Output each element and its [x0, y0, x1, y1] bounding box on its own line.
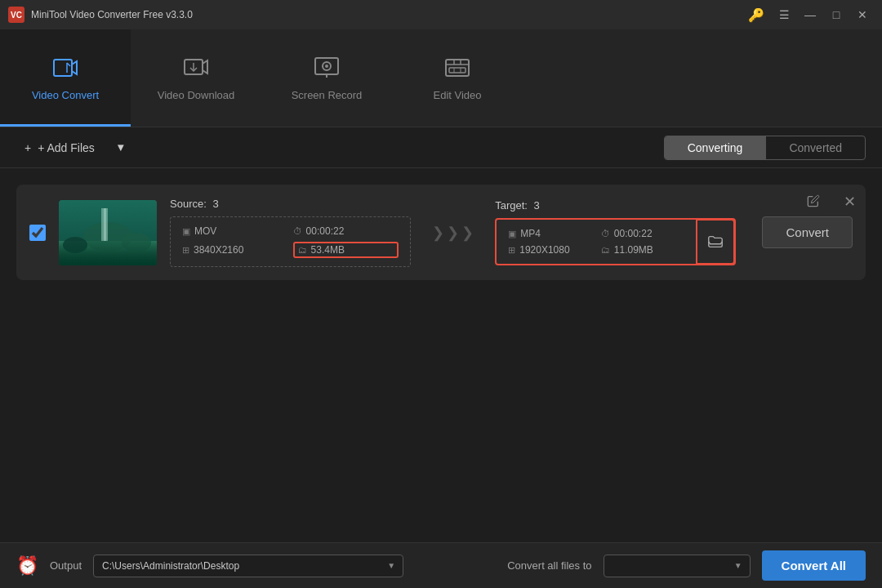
- target-size-icon: 🗂: [601, 245, 610, 255]
- target-resolution-icon: ⊞: [508, 245, 515, 256]
- convert-button[interactable]: Convert: [762, 216, 853, 248]
- target-folder-btn[interactable]: [696, 219, 735, 265]
- add-files-dropdown-btn[interactable]: ▼: [111, 138, 131, 158]
- svg-point-20: [122, 233, 151, 252]
- screen-record-icon: [312, 53, 341, 82]
- title-bar-right: 🔑 ☰ — □ ✕: [748, 5, 874, 24]
- edit-icon: [807, 194, 820, 207]
- close-btn[interactable]: ✕: [851, 5, 874, 24]
- target-resolution: 1920X1080: [519, 244, 569, 256]
- add-files-label: + Add Files: [38, 141, 95, 154]
- file-select-checkbox[interactable]: [29, 225, 46, 241]
- convert-all-format-wrapper: [604, 555, 751, 577]
- remove-file-btn[interactable]: ✕: [844, 193, 856, 211]
- source-meta-box: ▣ MOV ⏱ 00:00:22 ⊞ 3840X2160 🗂 53.4MB: [170, 216, 411, 267]
- arrow-1: ❯: [432, 224, 444, 242]
- target-label: Target: 3: [495, 199, 736, 212]
- resolution-icon: ⊞: [182, 245, 189, 256]
- convert-all-button[interactable]: Convert All: [762, 550, 866, 581]
- source-size: 53.4MB: [311, 244, 345, 256]
- target-size: 11.09MB: [614, 244, 653, 256]
- format-icon: ▣: [182, 226, 190, 237]
- size-icon: 🗂: [298, 245, 307, 255]
- target-format-icon: ▣: [508, 229, 516, 239]
- svg-rect-22: [104, 208, 106, 241]
- nav-bar: Video Convert Video Download Screen Reco…: [0, 29, 882, 127]
- status-tab-group: Converting Converted: [664, 136, 866, 160]
- convert-all-section: Convert all files to Convert All: [507, 550, 866, 581]
- target-format-item: ▣ MP4: [508, 228, 596, 239]
- arrow-2: ❯: [447, 224, 459, 242]
- target-size-item: 🗂 11.09MB: [601, 244, 689, 256]
- svg-point-19: [63, 237, 87, 253]
- convert-all-format-select[interactable]: [604, 555, 751, 577]
- app-title: MiniTool Video Converter Free v3.3.0: [31, 9, 193, 20]
- output-label: Output: [50, 559, 82, 572]
- tab-screen-record-label: Screen Record: [292, 89, 363, 101]
- clock-icon: ⏰: [16, 555, 38, 577]
- target-duration-icon: ⏱: [601, 229, 610, 238]
- hamburger-menu-btn[interactable]: ☰: [773, 5, 795, 24]
- bottom-bar: ⏰ Output C:\Users\Administrator\Desktop …: [0, 542, 882, 588]
- tab-video-download-label: Video Download: [158, 89, 234, 101]
- target-duration: 00:00:22: [614, 228, 653, 239]
- converting-tab[interactable]: Converting: [665, 136, 767, 159]
- target-meta-box: ▣ MP4 ⏱ 00:00:22 ⊞ 1920X1080 🗂: [495, 218, 736, 265]
- source-resolution-item: ⊞ 3840X2160: [182, 242, 288, 258]
- maximize-btn[interactable]: □: [825, 5, 848, 24]
- source-size-item: 🗂 53.4MB: [293, 242, 399, 258]
- add-files-plus-icon: +: [24, 141, 31, 154]
- source-label: Source: 3: [170, 198, 411, 210]
- target-format: MP4: [520, 228, 541, 239]
- tab-video-download[interactable]: Video Download: [131, 29, 261, 127]
- source-section: Source: 3 ▣ MOV ⏱ 00:00:22 ⊞ 3840X2160: [170, 198, 411, 267]
- tab-screen-record[interactable]: Screen Record: [261, 29, 392, 127]
- target-duration-item: ⏱ 00:00:22: [601, 228, 689, 239]
- arrows-container: ❯ ❯ ❯: [424, 224, 482, 242]
- tab-video-convert[interactable]: Video Convert: [0, 29, 131, 127]
- app-logo: VC: [8, 7, 24, 23]
- target-box-wrapper: ▣ MP4 ⏱ 00:00:22 ⊞ 1920X1080 🗂: [495, 218, 736, 265]
- folder-open-icon: [706, 233, 724, 251]
- svg-rect-17: [59, 241, 157, 265]
- target-section: Target: 3 ▣ MP4 ⏱ 00:00:22: [495, 199, 736, 265]
- duration-icon: ⏱: [293, 226, 302, 236]
- source-resolution: 3840X2160: [194, 244, 243, 256]
- svg-point-8: [325, 65, 328, 68]
- file-card: Source: 3 ▣ MOV ⏱ 00:00:22 ⊞ 3840X2160: [16, 185, 866, 280]
- edit-file-btn[interactable]: [807, 194, 820, 211]
- arrow-3: ❯: [461, 224, 474, 242]
- svg-rect-13: [449, 68, 466, 73]
- svg-rect-0: [54, 60, 72, 76]
- thumbnail-image: [59, 200, 157, 265]
- output-path-select[interactable]: C:\Users\Administrator\Desktop: [93, 555, 403, 577]
- thumbnail: [59, 200, 157, 265]
- toolbar: + + Add Files ▼ Converting Converted: [0, 127, 882, 168]
- title-bar-left: VC MiniTool Video Converter Free v3.3.0: [8, 7, 193, 23]
- source-format: MOV: [194, 225, 216, 237]
- video-convert-icon: [51, 53, 80, 82]
- edit-video-icon: [443, 53, 472, 82]
- tab-edit-video-label: Edit Video: [433, 89, 481, 101]
- tab-edit-video[interactable]: Edit Video: [392, 29, 523, 127]
- main-content: Source: 3 ▣ MOV ⏱ 00:00:22 ⊞ 3840X2160: [0, 168, 882, 560]
- video-download-icon: [181, 53, 211, 82]
- target-resolution-item: ⊞ 1920X1080: [508, 244, 596, 256]
- convert-all-to-label: Convert all files to: [507, 559, 591, 572]
- source-format-item: ▣ MOV: [182, 225, 288, 237]
- key-icon: 🔑: [748, 7, 764, 23]
- minimize-btn[interactable]: —: [799, 5, 822, 24]
- source-duration: 00:00:22: [306, 225, 345, 237]
- tab-video-convert-label: Video Convert: [32, 89, 99, 101]
- file-info: Source: 3 ▣ MOV ⏱ 00:00:22 ⊞ 3840X2160: [170, 198, 736, 267]
- converted-tab[interactable]: Converted: [766, 136, 865, 159]
- source-duration-item: ⏱ 00:00:22: [293, 225, 399, 237]
- title-bar: VC MiniTool Video Converter Free v3.3.0 …: [0, 0, 882, 29]
- output-path-wrapper: C:\Users\Administrator\Desktop: [93, 555, 403, 577]
- add-files-button[interactable]: + + Add Files: [16, 136, 103, 159]
